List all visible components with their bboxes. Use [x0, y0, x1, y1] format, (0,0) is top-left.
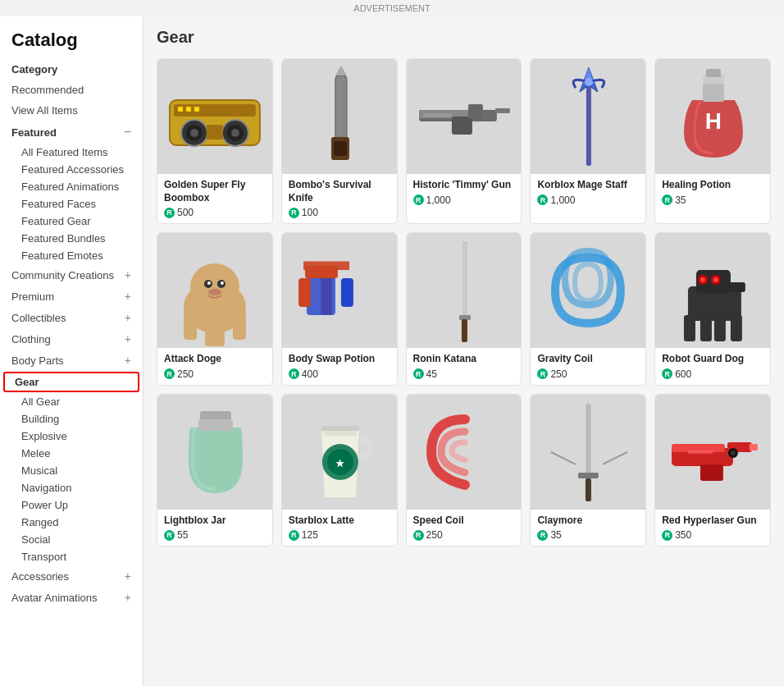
- claymore-svg: [531, 395, 645, 510]
- speed-coil-svg: [407, 395, 522, 510]
- swap-svg: T: [282, 233, 397, 348]
- item-name-golden-boombox: Golden Super Fly Boombox: [164, 179, 266, 204]
- sidebar-item-featured-bundles[interactable]: Featured Bundles: [0, 230, 143, 247]
- item-card-bombo-knife[interactable]: Bombo's Survival Knife R 100: [281, 58, 398, 224]
- svg-rect-61: [684, 315, 695, 341]
- svg-rect-18: [495, 108, 509, 113]
- sidebar-item-transport[interactable]: Transport: [0, 548, 143, 565]
- featured-toggle-icon: −: [124, 125, 131, 139]
- item-card-lightblox-jar[interactable]: Lightblox Jar R 55: [157, 394, 273, 547]
- sidebar-item-body-parts[interactable]: Body Parts +: [0, 350, 143, 371]
- item-card-gravity-coil[interactable]: Gravity Coil R 250: [530, 232, 646, 386]
- svg-marker-52: [463, 237, 466, 241]
- item-card-golden-boombox[interactable]: Golden Super Fly Boombox R 500: [157, 58, 273, 224]
- item-card-speed-coil[interactable]: Speed Coil R 250: [406, 394, 522, 547]
- item-info-lightblox-jar: Lightblox Jar R 55: [157, 510, 272, 547]
- item-price-starblox-latte: R 125: [289, 529, 390, 541]
- sidebar-item-view-all[interactable]: View All Items: [0, 100, 143, 121]
- sidebar-item-all-featured[interactable]: All Featured Items: [0, 144, 143, 161]
- item-name-attack-doge: Attack Doge: [164, 353, 266, 366]
- sidebar-item-explosive[interactable]: Explosive: [0, 428, 143, 445]
- item-image-red-hyperlaser: [655, 395, 770, 510]
- svg-rect-72: [586, 405, 590, 478]
- sidebar-item-gear[interactable]: Gear: [3, 372, 139, 392]
- item-name-body-swap: Body Swap Potion: [289, 353, 390, 366]
- community-creations-label: Community Creations: [11, 269, 114, 281]
- sidebar-item-building[interactable]: Building: [0, 410, 143, 428]
- item-info-bombo-knife: Bombo's Survival Knife R 100: [282, 174, 397, 223]
- sidebar-item-accessories[interactable]: Accessories +: [0, 565, 143, 587]
- sidebar-item-featured-faces[interactable]: Featured Faces: [0, 195, 143, 213]
- sidebar: Catalog Category Recommended View All It…: [0, 16, 144, 686]
- item-card-claymore[interactable]: Claymore R 35: [530, 394, 646, 547]
- svg-rect-28: [703, 84, 724, 102]
- item-card-red-hyperlaser[interactable]: Red Hyperlaser Gun R 350: [654, 394, 771, 547]
- content-area: Gear: [144, 16, 784, 686]
- sidebar-item-clothing[interactable]: Clothing +: [0, 328, 143, 350]
- svg-rect-63: [714, 318, 726, 341]
- svg-rect-67: [198, 419, 233, 431]
- category-label: Category: [11, 63, 57, 75]
- svg-point-39: [207, 281, 211, 285]
- clothing-label: Clothing: [11, 333, 51, 345]
- robux-icon: R: [289, 208, 299, 218]
- item-card-attack-doge[interactable]: Attack Doge R 250: [157, 232, 273, 386]
- item-card-robot-dog[interactable]: Robot Guard Dog R 600: [654, 232, 771, 386]
- sidebar-item-featured-gear[interactable]: Featured Gear: [0, 213, 143, 230]
- item-card-timmy-gun[interactable]: Historic 'Timmy' Gun R 1,000: [406, 58, 522, 224]
- sidebar-item-all-gear[interactable]: All Gear: [0, 393, 143, 410]
- sidebar-item-premium[interactable]: Premium +: [0, 286, 143, 307]
- potion-svg: H: [655, 59, 770, 174]
- sidebar-item-ranged[interactable]: Ranged: [0, 514, 143, 531]
- item-card-korblox-staff[interactable]: Korblox Mage Staff R 1,000: [530, 58, 646, 224]
- item-info-body-swap: Body Swap Potion R 400: [282, 348, 397, 385]
- item-price-gravity-coil: R 250: [537, 368, 639, 380]
- item-card-healing-potion[interactable]: H Healing Potion R 35: [654, 58, 771, 224]
- svg-line-77: [603, 452, 627, 464]
- item-image-timmy-gun: [407, 59, 522, 174]
- svg-rect-80: [700, 464, 723, 481]
- robux-icon: R: [537, 530, 548, 541]
- item-info-gravity-coil: Gravity Coil R 250: [531, 348, 645, 385]
- item-price-claymore: R 35: [537, 529, 639, 541]
- sidebar-item-featured-emotes[interactable]: Featured Emotes: [0, 247, 143, 264]
- sidebar-item-navigation[interactable]: Navigation: [0, 479, 143, 496]
- item-name-bombo-knife: Bombo's Survival Knife: [289, 179, 390, 204]
- item-card-ronin-katana[interactable]: Ronin Katana R 45: [406, 232, 522, 386]
- sidebar-item-melee[interactable]: Melee: [0, 445, 143, 462]
- robux-icon: R: [164, 368, 175, 379]
- sidebar-featured-header[interactable]: Featured −: [0, 121, 143, 144]
- sidebar-item-collectibles[interactable]: Collectibles +: [0, 307, 143, 328]
- svg-point-84: [731, 450, 736, 455]
- svg-rect-8: [207, 125, 223, 139]
- item-info-speed-coil: Speed Coil R 250: [407, 510, 522, 547]
- svg-point-60: [713, 277, 718, 282]
- sidebar-item-recommended[interactable]: Recommended: [0, 80, 143, 100]
- item-info-attack-doge: Attack Doge R 250: [157, 348, 272, 385]
- sidebar-item-social[interactable]: Social: [0, 531, 143, 548]
- sidebar-item-avatar-animations[interactable]: Avatar Animations +: [0, 587, 143, 608]
- svg-rect-75: [586, 478, 591, 501]
- item-price-golden-boombox: R 500: [164, 207, 266, 218]
- item-name-ronin-katana: Ronin Katana: [413, 353, 515, 366]
- sidebar-item-featured-accessories[interactable]: Featured Accessories: [0, 161, 143, 178]
- price-value: 55: [177, 529, 188, 541]
- sidebar-item-featured-animations[interactable]: Featured Animations: [0, 178, 143, 195]
- featured-label: Featured: [11, 126, 57, 139]
- sidebar-item-community-creations[interactable]: Community Creations +: [0, 264, 143, 286]
- item-name-red-hyperlaser: Red Hyperlaser Gun: [662, 514, 763, 528]
- sidebar-item-power-up[interactable]: Power Up: [0, 496, 143, 514]
- svg-text:★: ★: [335, 458, 344, 469]
- advertisement-label: ADVERTISEMENT: [0, 0, 784, 16]
- sidebar-item-musical[interactable]: Musical: [0, 462, 143, 479]
- item-name-gravity-coil: Gravity Coil: [537, 353, 639, 366]
- robux-icon: R: [164, 530, 175, 541]
- doge-svg: [157, 233, 272, 348]
- avatar-animations-toggle-icon: +: [125, 591, 131, 604]
- item-info-korblox-staff: Korblox Mage Staff R 1,000: [531, 174, 645, 211]
- svg-rect-49: [299, 278, 311, 307]
- item-card-starblox-latte[interactable]: ★ Starblox Latte R 125: [281, 394, 398, 547]
- item-card-body-swap[interactable]: T Body Swap Potion R 400: [281, 232, 398, 386]
- price-value: 250: [426, 529, 443, 541]
- svg-point-7: [231, 129, 239, 137]
